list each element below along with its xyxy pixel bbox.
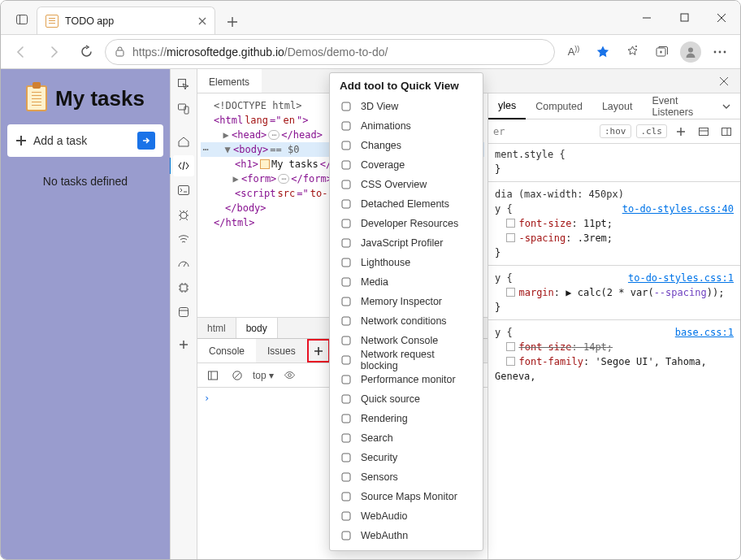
- popup-item[interactable]: Network request blocking: [330, 350, 483, 370]
- console-sidebar-button[interactable]: [204, 367, 222, 384]
- more-tools-button[interactable]: [173, 334, 194, 355]
- console-context[interactable]: top ▾: [253, 370, 274, 381]
- welcome-tool-button[interactable]: [173, 131, 194, 152]
- tab-close-button[interactable]: [198, 17, 206, 25]
- tool-icon: [340, 257, 353, 268]
- popup-item[interactable]: Search: [330, 428, 483, 448]
- rule-origin-link[interactable]: to-do-styles.css:1: [628, 271, 734, 285]
- performance-tool-button[interactable]: [173, 253, 194, 274]
- drawer-tab-issues[interactable]: Issues: [256, 339, 307, 362]
- device-emulation-button[interactable]: [173, 98, 194, 119]
- popup-item[interactable]: Rendering: [330, 409, 483, 428]
- activity-bar: [170, 69, 197, 559]
- svg-rect-38: [342, 180, 350, 189]
- svg-rect-49: [342, 395, 350, 403]
- styles-tab-listeners[interactable]: Event Listeners: [642, 93, 713, 119]
- favorites-list-button[interactable]: [618, 39, 646, 65]
- drawer-tab-console[interactable]: Console: [197, 339, 256, 362]
- svg-rect-36: [342, 141, 350, 150]
- browser-tab[interactable]: TODO app: [37, 7, 215, 34]
- live-expression-button[interactable]: [280, 367, 298, 384]
- site-info-button[interactable]: [114, 46, 126, 58]
- styles-tab-computed[interactable]: Computed: [526, 93, 592, 119]
- drawer-add-tool-button[interactable]: [307, 339, 330, 362]
- window-minimize-button[interactable]: [628, 1, 665, 34]
- svg-rect-45: [342, 317, 350, 325]
- profile-button[interactable]: [677, 39, 704, 65]
- popup-item[interactable]: Changes: [330, 136, 483, 155]
- console-tool-button[interactable]: [173, 180, 194, 201]
- tab-actions-button[interactable]: [7, 5, 37, 34]
- tool-icon: [340, 159, 353, 171]
- popup-item[interactable]: Network Console: [330, 331, 483, 350]
- tab-title: TODO app: [65, 15, 114, 27]
- new-rule-button[interactable]: [672, 123, 690, 141]
- crumb-html[interactable]: html: [197, 318, 236, 338]
- popup-item[interactable]: Animations: [330, 116, 483, 136]
- styles-tabs-overflow[interactable]: [713, 93, 740, 119]
- nav-back-button[interactable]: [7, 39, 35, 65]
- cls-toggle[interactable]: .cls: [636, 124, 668, 138]
- popup-item[interactable]: Network conditions: [330, 311, 483, 331]
- window-close-button[interactable]: [703, 1, 740, 34]
- dom-node[interactable]: <!DOCTYPE html>: [214, 98, 301, 113]
- address-bar[interactable]: https://microsoftedge.github.io/Demos/de…: [105, 39, 555, 65]
- popup-item[interactable]: JavaScript Profiler: [330, 233, 483, 253]
- favorite-button[interactable]: [589, 39, 617, 65]
- popup-item-label: Search: [361, 432, 393, 444]
- plus-icon: [227, 16, 238, 28]
- network-tool-button[interactable]: [173, 228, 194, 250]
- styles-tab-layout[interactable]: Layout: [592, 93, 643, 119]
- console-clear-button[interactable]: [228, 367, 246, 384]
- tool-icon: [340, 198, 353, 210]
- popup-item[interactable]: Source Maps Monitor: [330, 487, 483, 506]
- popup-item[interactable]: Detached Elements: [330, 194, 483, 214]
- memory-tool-button[interactable]: [173, 277, 194, 298]
- popup-item[interactable]: CSS Overview: [330, 175, 483, 194]
- popup-item[interactable]: Developer Resources: [330, 214, 483, 233]
- computed-toggle-button[interactable]: [695, 123, 713, 141]
- tool-icon: [340, 140, 353, 151]
- sources-tool-button[interactable]: [173, 204, 194, 225]
- popup-item[interactable]: WebAudio: [330, 506, 483, 526]
- styles-rules[interactable]: ment.style { } dia (max-width: 450px) y …: [488, 144, 740, 559]
- window-maximize-button[interactable]: [665, 1, 703, 34]
- styles-filter[interactable]: er: [493, 126, 595, 137]
- hov-toggle[interactable]: :hov: [600, 124, 631, 138]
- svg-point-10: [688, 47, 693, 52]
- popup-item[interactable]: Memory Inspector: [330, 292, 483, 311]
- tool-icon: [340, 452, 353, 463]
- plus-icon: [15, 135, 27, 146]
- popup-item[interactable]: WebAuthn: [330, 526, 483, 545]
- popup-item[interactable]: Quick source: [330, 389, 483, 409]
- application-tool-button[interactable]: [173, 302, 194, 323]
- styles-tab-styles[interactable]: yles: [488, 94, 526, 119]
- popup-item[interactable]: Media: [330, 272, 483, 292]
- elements-tool-button[interactable]: [173, 155, 194, 176]
- nav-forward-button[interactable]: [40, 39, 67, 65]
- popup-item[interactable]: Security: [330, 448, 483, 467]
- collections-button[interactable]: [648, 39, 675, 65]
- close-icon: [719, 76, 729, 86]
- nav-refresh-button[interactable]: [72, 39, 100, 65]
- crumb-body[interactable]: body: [236, 318, 278, 338]
- submit-task-button[interactable]: [137, 132, 155, 150]
- panel-icon: [698, 126, 709, 137]
- tab-elements[interactable]: Elements: [197, 69, 262, 93]
- rule-origin-link[interactable]: base.css:1: [675, 325, 734, 340]
- devtools-close-button[interactable]: [708, 69, 740, 93]
- popup-item[interactable]: Sensors: [330, 467, 483, 487]
- app-menu-button[interactable]: [706, 39, 734, 65]
- add-task-row[interactable]: Add a task: [7, 124, 163, 157]
- svg-rect-30: [700, 128, 708, 135]
- read-aloud-button[interactable]: A)): [560, 39, 587, 65]
- svg-rect-3: [681, 14, 688, 21]
- new-tab-button[interactable]: [220, 10, 245, 34]
- popup-item[interactable]: Lighthouse: [330, 253, 483, 272]
- styles-more-button[interactable]: [717, 123, 735, 141]
- popup-item[interactable]: Performance monitor: [330, 370, 483, 389]
- popup-item[interactable]: Coverage: [330, 155, 483, 175]
- popup-item[interactable]: 3D View: [330, 97, 483, 116]
- inspect-element-button[interactable]: [173, 74, 194, 95]
- rule-origin-link[interactable]: to-do-styles.css:40: [622, 202, 734, 216]
